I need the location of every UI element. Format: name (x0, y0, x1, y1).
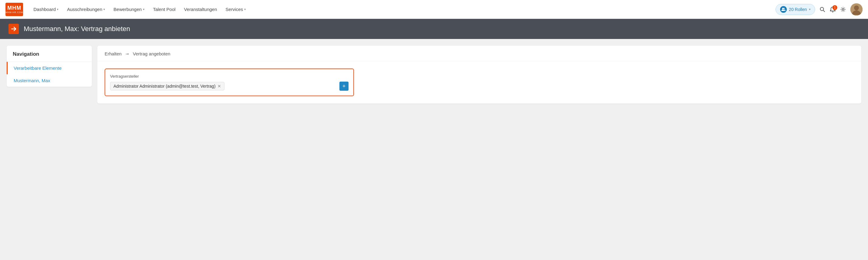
roles-icon (780, 6, 787, 13)
nav-item-talent-pool-label: Talent Pool (153, 7, 176, 12)
nav-item-bewerbungen-label: Bewerbungen (114, 7, 142, 12)
sidebar-item-mustermann-max[interactable]: Mustermann, Max (7, 74, 92, 87)
navigation-sidebar: Navigation Verarbeitbare Elemente Muster… (7, 46, 92, 87)
content-panel-header: Erhalten → Vertrag angeboten (97, 46, 861, 61)
content-panel: Erhalten → Vertrag angeboten Vertragsers… (97, 46, 861, 104)
search-button[interactable] (819, 6, 826, 12)
svg-point-2 (820, 7, 824, 11)
main-content: Navigation Verarbeitbare Elemente Muster… (0, 39, 868, 259)
nav-right: 20 Rollen ▾ 1 (776, 3, 863, 16)
settings-button[interactable] (840, 6, 846, 12)
chevron-down-icon: ▾ (143, 8, 145, 11)
sidebar-item-label: Verarbeitbare Elemente (14, 65, 62, 70)
logo-text: MHM (7, 5, 21, 11)
svg-point-4 (842, 8, 844, 10)
nav-item-veranstaltungen-label: Veranstaltungen (184, 7, 217, 12)
form-label: Vertragsersteller (110, 74, 348, 79)
chevron-down-icon: ▾ (57, 8, 58, 11)
nav-links: Dashboard ▾ Ausschreibungen ▾ Bewerbunge… (30, 4, 776, 14)
page-title: Mustermann, Max: Vertrag anbieten (24, 25, 130, 33)
nav-item-ausschreibungen-label: Ausschreibungen (67, 7, 102, 12)
add-vertragsersteller-button[interactable]: + (339, 82, 348, 91)
nav-item-bewerbungen[interactable]: Bewerbungen ▾ (110, 4, 148, 14)
vertragsersteller-tag: Administrator Administrator (admin@test.… (110, 82, 224, 90)
content-body: Vertragsersteller Administrator Administ… (97, 61, 861, 104)
chevron-down-icon: ▾ (809, 8, 810, 11)
page-header: Mustermann, Max: Vertrag anbieten (0, 19, 868, 39)
chevron-down-icon: ▾ (244, 8, 246, 11)
nav-item-veranstaltungen[interactable]: Veranstaltungen (180, 4, 220, 14)
chevron-down-icon: ▾ (103, 8, 105, 11)
avatar-image (850, 3, 863, 16)
tag-value: Administrator Administrator (admin@test.… (114, 84, 216, 89)
nav-item-talent-pool[interactable]: Talent Pool (149, 4, 179, 14)
tag-input-row: Administrator Administrator (admin@test.… (110, 82, 348, 91)
logo-sub: MHM-HR.COM (5, 11, 23, 13)
sidebar-item-verarbeitbare-elemente[interactable]: Verarbeitbare Elemente (7, 62, 92, 74)
notification-badge: 1 (832, 5, 837, 10)
svg-point-6 (854, 5, 859, 10)
user-avatar[interactable] (850, 3, 863, 16)
nav-item-dashboard-label: Dashboard (33, 7, 56, 12)
svg-line-3 (823, 10, 825, 12)
add-icon: + (342, 83, 346, 89)
workflow-to: Vertrag angeboten (133, 51, 170, 56)
tag-remove-button[interactable]: ✕ (217, 84, 221, 88)
nav-item-dashboard[interactable]: Dashboard ▾ (30, 4, 62, 14)
sidebar-item-label: Mustermann, Max (14, 78, 50, 83)
sidebar-header: Navigation (7, 46, 92, 62)
nav-item-ausschreibungen[interactable]: Ausschreibungen ▾ (63, 4, 108, 14)
vertragsersteller-section: Vertragsersteller Administrator Administ… (104, 68, 354, 96)
arrow-right-icon: → (125, 51, 130, 56)
roles-button[interactable]: 20 Rollen ▾ (776, 4, 815, 15)
svg-point-1 (783, 8, 785, 9)
workflow-from: Erhalten (104, 51, 122, 56)
nav-item-services[interactable]: Services ▾ (222, 4, 250, 14)
logo[interactable]: MHM MHM-HR.COM (5, 3, 23, 16)
roles-label: 20 Rollen (789, 7, 807, 12)
top-navigation: MHM MHM-HR.COM Dashboard ▾ Ausschreibung… (0, 0, 868, 19)
notifications-button[interactable]: 1 (830, 6, 836, 12)
nav-item-services-label: Services (226, 7, 243, 12)
page-header-icon (8, 24, 19, 34)
